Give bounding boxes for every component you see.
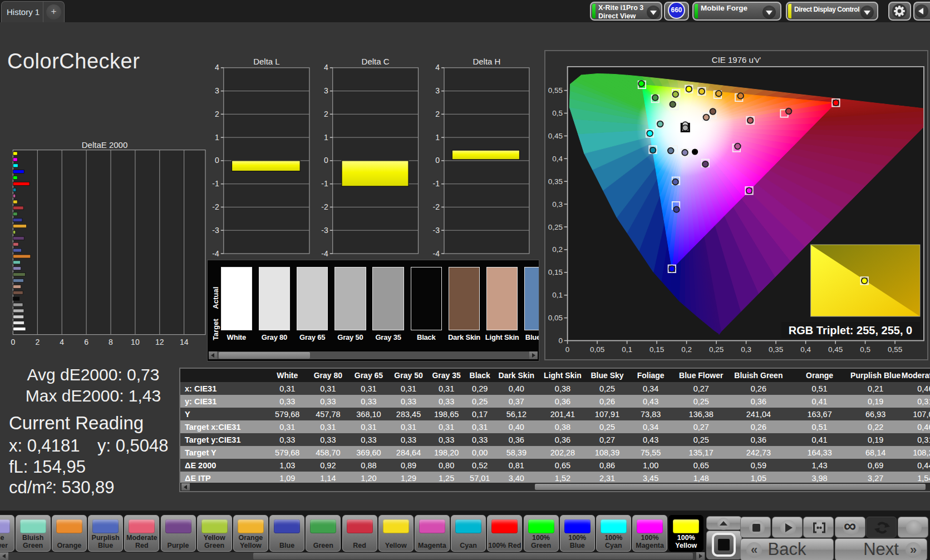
svg-text:0,55: 0,55 [888,345,902,354]
svg-text:2: 2 [324,110,328,118]
svg-text:-3: -3 [212,226,219,235]
svg-text:0,35: 0,35 [769,345,783,354]
svg-text:0: 0 [324,156,328,165]
svg-text:0,25: 0,25 [548,223,563,231]
svg-text:0,45: 0,45 [548,132,563,140]
svg-text:0,1: 0,1 [622,345,632,354]
svg-text:-2: -2 [321,202,328,211]
svg-text:0,1: 0,1 [552,291,563,299]
svg-text:0,2: 0,2 [681,345,692,354]
svg-text:0,05: 0,05 [548,314,563,322]
svg-text:-1: -1 [321,179,328,188]
svg-text:0,5: 0,5 [552,109,563,117]
svg-text:1: 1 [324,133,328,142]
svg-text:3: 3 [324,86,328,95]
svg-text:3: 3 [215,86,219,95]
svg-text:-4: -4 [433,249,440,258]
svg-text:0,4: 0,4 [800,345,811,354]
svg-text:0,05: 0,05 [590,345,604,354]
svg-text:Delta H: Delta H [473,57,500,66]
svg-text:-3: -3 [321,226,328,235]
svg-text:4: 4 [435,63,440,72]
svg-text:-2: -2 [433,202,440,211]
svg-text:0: 0 [435,156,440,165]
svg-text:0,35: 0,35 [548,177,563,186]
svg-text:4: 4 [215,63,219,72]
svg-text:-2: -2 [212,202,219,211]
svg-text:2: 2 [215,110,219,118]
svg-text:3: 3 [435,86,440,95]
svg-text:-4: -4 [212,249,219,258]
svg-text:-1: -1 [212,179,219,188]
svg-text:-4: -4 [321,249,328,258]
svg-text:RGB Triplet: 255, 255, 0: RGB Triplet: 255, 255, 0 [789,324,912,336]
svg-text:-3: -3 [433,226,440,235]
svg-text:DeltaE 2000: DeltaE 2000 [82,140,128,150]
svg-text:0,4: 0,4 [552,155,563,163]
svg-text:4: 4 [60,338,64,346]
svg-text:0,3: 0,3 [552,200,563,209]
svg-text:2: 2 [35,338,40,346]
svg-text:0: 0 [215,156,219,165]
svg-text:0,15: 0,15 [649,345,664,354]
svg-text:0,3: 0,3 [741,345,751,354]
svg-text:8: 8 [109,338,113,346]
svg-text:0,5: 0,5 [860,345,870,354]
svg-text:Delta C: Delta C [362,57,390,66]
svg-text:0,45: 0,45 [828,345,843,354]
svg-text:0: 0 [565,345,570,354]
svg-text:0: 0 [11,338,16,346]
svg-text:0,2: 0,2 [552,245,563,254]
svg-text:14: 14 [180,338,189,346]
svg-text:1: 1 [435,133,440,142]
svg-text:12: 12 [155,338,164,346]
svg-text:CIE 1976 u'v': CIE 1976 u'v' [712,55,761,65]
svg-text:10: 10 [131,338,140,346]
svg-text:-1: -1 [433,179,440,188]
svg-text:0,25: 0,25 [709,345,724,354]
svg-text:0: 0 [558,336,563,345]
svg-text:Delta L: Delta L [253,57,280,66]
svg-text:1: 1 [215,133,219,142]
svg-text:0,15: 0,15 [548,268,563,276]
svg-text:0,55: 0,55 [548,86,563,95]
svg-text:6: 6 [84,338,88,346]
svg-text:2: 2 [435,110,440,118]
svg-text:4: 4 [324,63,328,72]
